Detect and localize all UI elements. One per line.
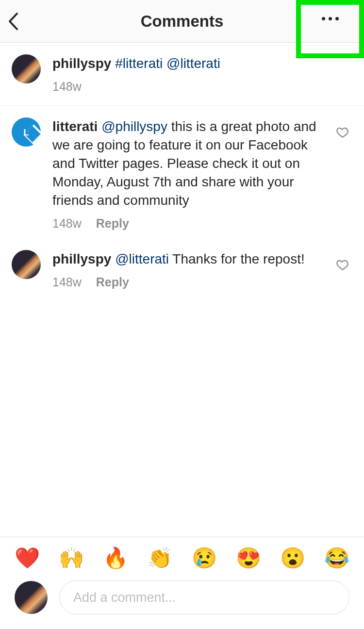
emoji-cry[interactable]: 😢 [192,546,217,570]
svg-text:L: L [24,128,29,137]
avatar[interactable] [15,581,48,614]
compose-footer: ❤️ 🙌 🔥 👏 😢 😍 😮 😂 [0,537,364,629]
comment-meta: 148w Reply [52,216,333,231]
comment-body: phillyspy @litterati Thanks for the repo… [52,250,333,289]
emoji-fire[interactable]: 🔥 [103,546,128,570]
comment-text-rest: Thanks for the repost! [169,251,305,266]
mention-link[interactable]: @litterati [115,251,169,266]
like-button[interactable] [333,125,352,139]
emoji-laugh[interactable]: 😂 [324,546,349,570]
comment-row: L litterati @phillyspy this is a great p… [0,106,364,236]
comment-text: phillyspy @litterati Thanks for the repo… [52,250,333,268]
comment-text: litterati @phillyspy this is a great pho… [52,117,333,210]
avatar[interactable] [12,250,41,279]
avatar[interactable] [12,54,41,83]
mention-link[interactable]: @phillyspy [101,119,167,134]
reply-button[interactable]: Reply [96,275,129,289]
emoji-clap[interactable]: 👏 [147,546,172,570]
chevron-left-icon [8,12,18,31]
comment-meta: 148w Reply [52,275,333,289]
emoji-wow[interactable]: 😮 [280,546,305,570]
heart-outline-icon [336,125,349,139]
comments-list: phillyspy #litterati @litterati 148w L l… [0,43,364,295]
username-link[interactable]: litterati [52,119,98,134]
mention-link[interactable]: @litterati [166,56,220,71]
reply-button[interactable]: Reply [96,216,129,231]
ellipsis-icon [322,17,339,20]
post-body: phillyspy #litterati @litterati 148w [52,54,352,94]
like-button[interactable] [333,258,352,271]
timestamp: 148w [52,275,82,289]
username-link[interactable]: phillyspy [52,56,111,71]
emoji-heart-eyes[interactable]: 😍 [236,546,261,570]
back-button[interactable] [8,0,37,42]
page-title: Comments [141,12,224,31]
compose-row [0,576,364,629]
emoji-heart[interactable]: ❤️ [15,546,40,570]
hashtag-link[interactable]: #litterati [115,56,163,71]
header-bar: Comments [0,0,364,43]
comment-body: litterati @phillyspy this is a great pho… [52,117,333,231]
comment-row: phillyspy @litterati Thanks for the repo… [0,236,364,295]
avatar[interactable]: L [12,117,41,147]
heart-outline-icon [336,258,349,271]
timestamp: 148w [52,216,82,231]
emoji-bar: ❤️ 🙌 🔥 👏 😢 😍 😮 😂 [0,537,364,576]
post-meta: 148w [52,80,352,94]
more-options-button[interactable] [296,0,364,58]
comment-input[interactable] [59,580,349,614]
emoji-raised-hands[interactable]: 🙌 [59,546,84,570]
username-link[interactable]: phillyspy [52,251,111,266]
timestamp: 148w [52,80,82,94]
